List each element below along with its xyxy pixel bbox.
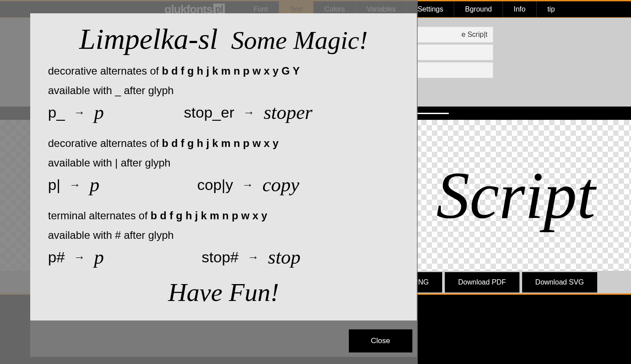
text-input-1-value: e Scrip|t [462, 31, 487, 39]
s3-ex1-out: p [94, 246, 104, 269]
section1-examples: p_ → p stop_er → stoper [48, 101, 399, 124]
modal-footer-text: Have Fun! [48, 277, 399, 307]
section1-line1: decorative alternates of b d f g h j k m… [48, 65, 399, 77]
arrow-icon: → [74, 106, 85, 119]
section3-line1b: b d f g h j k m n p w x y [151, 210, 268, 222]
section2-line1a: decorative alternates of [48, 137, 162, 149]
s2-ex1-in: p| [48, 176, 60, 194]
section3-examples: p# → p stop# → stop [48, 246, 399, 269]
nav-bground[interactable]: Bground [454, 1, 503, 17]
s3-ex2-out: stop [268, 246, 300, 269]
s3-ex1-in: p# [48, 249, 65, 266]
download-pdf-button[interactable]: Download PDF [445, 272, 519, 293]
nav-info[interactable]: Info [503, 1, 536, 17]
section1-line1a: decorative alternates of [48, 65, 162, 77]
arrow-icon: → [74, 250, 85, 264]
s2-ex2-in: cop|y [197, 176, 233, 194]
s1-ex2-out: stoper [264, 101, 312, 124]
s1-ex1-out: p [94, 101, 104, 124]
close-button[interactable]: Close [349, 329, 412, 352]
section3-line1a: terminal alternates of [48, 210, 151, 222]
modal-magic: Some Magic! [231, 25, 368, 55]
section2-line1b: b d f g h j k m n p w x y [162, 137, 279, 149]
section3-line2: available with # after glyph [48, 229, 399, 241]
s2-ex1-out: p [90, 174, 100, 196]
arrow-icon: → [242, 178, 253, 192]
preview-text: Script [436, 157, 595, 233]
section2-examples: p| → p cop|y → copy [48, 174, 399, 196]
section2-line1: decorative alternates of b d f g h j k m… [48, 137, 399, 150]
modal-font-name: Limpelka-sl [79, 22, 218, 56]
s1-ex1-in: p_ [48, 104, 65, 121]
s1-ex2-in: stop_er [184, 104, 234, 121]
section3-line1: terminal alternates of b d f g h j k m n… [48, 210, 399, 222]
download-svg-button[interactable]: Download SVG [522, 272, 597, 293]
section1-line1b: b d f g h j k m n p w x y G Y [162, 65, 300, 77]
arrow-icon: → [248, 250, 259, 264]
info-modal: Limpelka-sl Some Magic! decorative alter… [30, 13, 417, 357]
modal-actions: Close [30, 320, 417, 352]
arrow-icon: → [69, 178, 81, 192]
s3-ex2-in: stop# [202, 249, 239, 266]
section1-line2: available with _ after glyph [48, 84, 399, 97]
arrow-icon: → [243, 106, 255, 119]
s2-ex2-out: copy [262, 174, 299, 196]
modal-content: Limpelka-sl Some Magic! decorative alter… [30, 13, 417, 320]
section2-line2: available with | after glyph [48, 157, 399, 169]
nav-tip[interactable]: tip [536, 1, 566, 17]
